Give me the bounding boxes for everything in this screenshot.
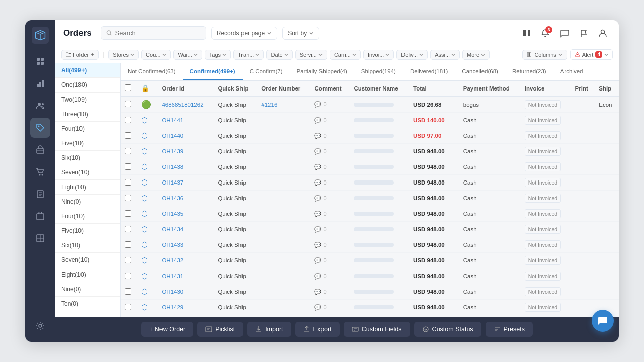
order-id-link[interactable]: OH1439 <box>162 148 183 154</box>
tab-delivered[interactable]: Delivered(181) <box>403 63 455 80</box>
row-checkbox-11[interactable] <box>125 273 131 279</box>
filter-chip-warehouse[interactable]: War... <box>173 50 202 60</box>
leftnav-item-3[interactable]: Three(10) <box>55 107 120 122</box>
filter-chip-date[interactable]: Date <box>266 50 292 60</box>
select-all-checkbox[interactable] <box>125 84 131 91</box>
order-id-link[interactable]: OH1437 <box>162 179 183 186</box>
row-checkbox-1[interactable] <box>125 117 131 123</box>
row-checkbox-4[interactable] <box>125 163 131 170</box>
sidebar-item-users[interactable] <box>30 96 50 116</box>
order-id-link[interactable]: OH1429 <box>162 304 183 310</box>
sidebar-item-clipboard[interactable] <box>30 206 50 226</box>
leftnav-item-6[interactable]: Six(10) <box>55 151 120 165</box>
row-checkbox-3[interactable] <box>125 148 131 154</box>
order-id-link[interactable]: 4686851801262 <box>162 102 203 108</box>
order-id-link[interactable]: OH1434 <box>162 226 183 232</box>
sidebar-item-tag[interactable] <box>30 118 50 138</box>
leftnav-item-8[interactable]: Eight(10) <box>55 180 120 195</box>
sidebar-item-grid2[interactable] <box>30 228 50 248</box>
import-button[interactable]: Import <box>247 322 291 337</box>
row-checkbox-10[interactable] <box>125 257 131 263</box>
filter-chip-invoice[interactable]: Invoi... <box>363 50 394 60</box>
leftnav-item-14[interactable]: Eight(10) <box>55 267 120 282</box>
order-id-link[interactable]: OH1438 <box>162 164 183 170</box>
tab-archived[interactable]: Archived <box>553 63 590 80</box>
presets-button[interactable]: Presets <box>486 322 533 337</box>
leftnav-item-4[interactable]: Four(10) <box>55 122 120 136</box>
row-checkbox-12[interactable] <box>125 288 131 295</box>
order-id-link[interactable]: OH1431 <box>162 273 183 279</box>
tab-not-confirmed[interactable]: Not Confirmed(63) <box>121 63 183 80</box>
barcode-icon-btn[interactable] <box>518 25 534 41</box>
chat-icon-btn[interactable] <box>556 25 573 41</box>
row-checkbox-7[interactable] <box>125 210 131 217</box>
leftnav-item-10[interactable]: Four(10) <box>55 209 120 224</box>
sidebar-item-book[interactable] <box>30 184 50 204</box>
leftnav-item-2[interactable]: Two(109) <box>55 93 120 107</box>
filter-chip-country[interactable]: Cou... <box>141 50 171 60</box>
filter-chip-transaction[interactable]: Tran... <box>233 50 264 60</box>
order-id-link[interactable]: OH1435 <box>162 211 183 217</box>
leftnav-item-9[interactable]: Nine(0) <box>55 195 120 209</box>
row-checkbox-8[interactable] <box>125 226 131 232</box>
tab-shipped[interactable]: Shipped(194) <box>354 63 403 80</box>
records-per-page-btn[interactable]: Records per page <box>211 27 277 40</box>
filter-chip-tags[interactable]: Tags <box>205 50 231 60</box>
filter-chip-more[interactable]: More <box>462 50 490 60</box>
order-id-link[interactable]: OH1430 <box>162 289 183 295</box>
leftnav-item-1[interactable]: One(180) <box>55 78 120 93</box>
alert-btn[interactable]: Alert 4 <box>570 49 613 60</box>
export-button[interactable]: Export <box>295 322 340 337</box>
filter-chip-service[interactable]: Servi... <box>295 50 327 60</box>
custom-status-button[interactable]: Custom Status <box>414 322 481 337</box>
leftnav-item-11[interactable]: Five(10) <box>55 224 120 238</box>
leftnav-item-15[interactable]: Nine(0) <box>55 282 120 297</box>
row-checkbox-6[interactable] <box>125 195 131 201</box>
row-checkbox-5[interactable] <box>125 179 131 186</box>
sidebar-item-cart[interactable] <box>30 162 50 182</box>
tab-confirmed[interactable]: Confirmed(499+) <box>183 63 243 80</box>
leftnav-item-16[interactable]: Ten(0) <box>55 297 120 311</box>
search-input[interactable] <box>115 29 201 37</box>
order-id-link[interactable]: OH1433 <box>162 242 183 248</box>
sidebar-item-settings[interactable] <box>30 316 50 336</box>
order-id-link[interactable]: OH1436 <box>162 195 183 201</box>
row-checkbox-2[interactable] <box>125 132 131 139</box>
sidebar-item-grid[interactable] <box>30 51 50 71</box>
leftnav-item-0[interactable]: All(499+) <box>55 63 120 78</box>
row-checkbox-13[interactable] <box>125 304 131 310</box>
filter-chip-delivery[interactable]: Deliv... <box>396 50 428 60</box>
row-checkbox-0[interactable] <box>125 101 131 107</box>
sidebar-item-box[interactable] <box>30 140 50 160</box>
flag-icon-btn[interactable] <box>576 25 592 41</box>
order-id-link[interactable]: OH1432 <box>162 257 183 263</box>
tab-cancelled[interactable]: Cancelled(68) <box>455 63 505 80</box>
user-icon-btn[interactable] <box>595 25 611 41</box>
tab-c-confirm[interactable]: C Confirm(7) <box>243 63 290 80</box>
leftnav-item-12[interactable]: Six(10) <box>55 238 120 253</box>
tab-partially-shipped[interactable]: Partially Shipped(4) <box>289 63 354 80</box>
folder-filter[interactable]: Folder <box>61 50 99 60</box>
filter-chip-assign[interactable]: Assi... <box>430 50 460 60</box>
picklist-button[interactable]: Picklist <box>197 322 243 337</box>
custom-fields-button[interactable]: Custom Fields <box>344 322 410 337</box>
sidebar-item-chart[interactable] <box>30 73 50 94</box>
leftnav-item-7[interactable]: Seven(10) <box>55 165 120 180</box>
leftnav-item-13[interactable]: Seven(10) <box>55 253 120 267</box>
filter-chip-carrier[interactable]: Carri... <box>330 50 361 60</box>
order-id-link[interactable]: OH1441 <box>162 117 183 123</box>
search-box[interactable] <box>101 26 206 40</box>
tab-returned[interactable]: Returned(23) <box>505 63 553 80</box>
table-wrapper[interactable]: 🔒Order IdQuick ShipOrder NumberCommentCu… <box>121 81 619 317</box>
new-order-button[interactable]: + New Order <box>141 322 193 337</box>
order-id-link[interactable]: OH1440 <box>162 133 183 139</box>
leftnav-item-5[interactable]: Five(10) <box>55 136 120 151</box>
notification-icon-btn[interactable]: 3 <box>537 25 553 41</box>
filter-chip-stores[interactable]: Stores <box>108 50 139 60</box>
columns-btn[interactable]: Columns <box>522 50 567 60</box>
comment-badge: 💬 0 <box>314 164 326 170</box>
order-number-link[interactable]: #1216 <box>261 102 277 108</box>
row-checkbox-9[interactable] <box>125 241 131 248</box>
chat-button[interactable] <box>592 310 614 332</box>
sort-by-btn[interactable]: Sort by <box>282 27 319 40</box>
